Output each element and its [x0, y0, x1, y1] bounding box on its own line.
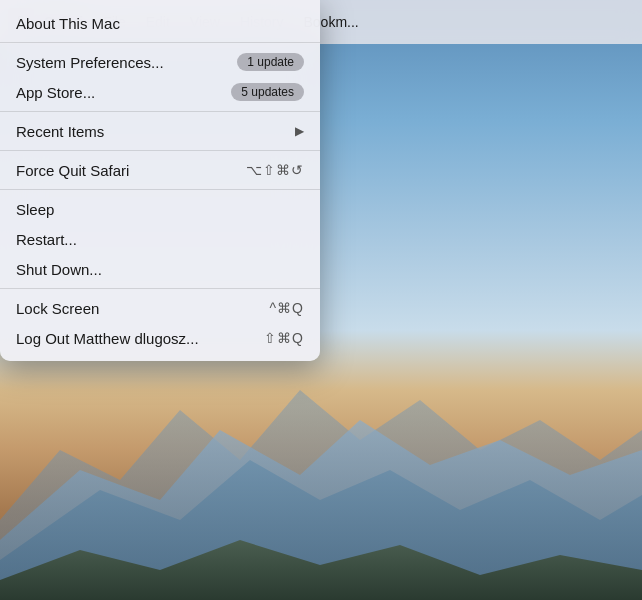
apple-dropdown-menu: About This Mac System Preferences... 1 u…	[0, 0, 320, 361]
recent-items-arrow-icon: ▶	[295, 124, 304, 138]
menu-item-about-mac[interactable]: About This Mac	[0, 8, 320, 38]
menu-item-restart[interactable]: Restart...	[0, 224, 320, 254]
menu-section-power: Sleep Restart... Shut Down...	[0, 190, 320, 289]
system-preferences-label: System Preferences...	[16, 54, 164, 71]
menu-section-about: About This Mac	[0, 4, 320, 43]
menu-item-shut-down[interactable]: Shut Down...	[0, 254, 320, 284]
app-store-badge: 5 updates	[231, 83, 304, 101]
about-mac-label: About This Mac	[16, 15, 120, 32]
menu-item-log-out[interactable]: Log Out Matthew dlugosz... ⇧⌘Q	[0, 323, 320, 353]
menu-item-sleep[interactable]: Sleep	[0, 194, 320, 224]
system-preferences-badge: 1 update	[237, 53, 304, 71]
log-out-label: Log Out Matthew dlugosz...	[16, 330, 199, 347]
menu-item-recent-items[interactable]: Recent Items ▶	[0, 116, 320, 146]
mountain-silhouette	[0, 320, 642, 600]
sleep-label: Sleep	[16, 201, 54, 218]
shut-down-label: Shut Down...	[16, 261, 102, 278]
lock-screen-shortcut: ^⌘Q	[270, 300, 304, 316]
menu-section-recent: Recent Items ▶	[0, 112, 320, 151]
menu-section-session: Lock Screen ^⌘Q Log Out Matthew dlugosz.…	[0, 289, 320, 357]
menu-item-force-quit-safari[interactable]: Force Quit Safari ⌥⇧⌘↺	[0, 155, 320, 185]
restart-label: Restart...	[16, 231, 77, 248]
menu-item-system-preferences[interactable]: System Preferences... 1 update	[0, 47, 320, 77]
recent-items-label: Recent Items	[16, 123, 104, 140]
force-quit-safari-label: Force Quit Safari	[16, 162, 129, 179]
app-store-label: App Store...	[16, 84, 95, 101]
lock-screen-label: Lock Screen	[16, 300, 99, 317]
menu-item-app-store[interactable]: App Store... 5 updates	[0, 77, 320, 107]
force-quit-shortcut: ⌥⇧⌘↺	[246, 162, 304, 178]
menu-item-lock-screen[interactable]: Lock Screen ^⌘Q	[0, 293, 320, 323]
menu-section-force-quit: Force Quit Safari ⌥⇧⌘↺	[0, 151, 320, 190]
log-out-shortcut: ⇧⌘Q	[264, 330, 304, 346]
menu-section-system: System Preferences... 1 update App Store…	[0, 43, 320, 112]
